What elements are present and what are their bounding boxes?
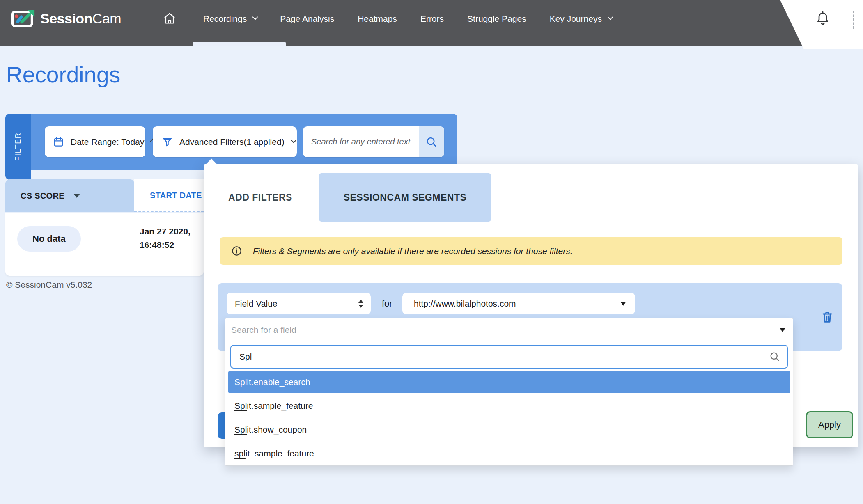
nav-item-key-journeys[interactable]: Key Journeys xyxy=(550,14,612,24)
footer-version: © SessionCam v5.032 xyxy=(6,280,92,290)
cs-score-badge: No data xyxy=(17,226,81,252)
delete-filter-button[interactable] xyxy=(818,308,837,327)
field-type-select[interactable]: Field Value xyxy=(227,293,371,314)
field-search-input-wrap xyxy=(230,345,788,369)
field-suggestion[interactable]: split_sample_feature xyxy=(228,442,790,465)
nav-item-page-analysis[interactable]: Page Analysis xyxy=(280,14,334,24)
home-icon[interactable] xyxy=(163,11,177,25)
funnel-icon xyxy=(162,136,173,147)
info-banner: Filters & Segments are only available if… xyxy=(220,237,842,265)
advanced-filters-panel: ADD FILTERS SESSIONCAM SEGMENTS Filters … xyxy=(204,164,858,447)
start-date-value: Jan 27 2020, 16:48:52 xyxy=(140,225,191,252)
chevron-down-icon xyxy=(291,137,296,143)
start-date-label: START DATE xyxy=(150,191,202,200)
trash-icon xyxy=(821,310,834,325)
tab-add-filters[interactable]: ADD FILTERS xyxy=(228,186,292,209)
notifications-bell-icon[interactable] xyxy=(815,11,830,27)
text-search-box xyxy=(303,126,444,157)
field-search-dropdown: Search for a field Split.enable_search S… xyxy=(225,318,793,466)
cs-score-label: CS SCORE xyxy=(21,191,64,201)
active-tab-indicator xyxy=(193,42,286,46)
date-range-button[interactable]: Date Range: Today xyxy=(45,126,145,157)
table-row[interactable]: No data Jan 27 2020, 16:48:52 xyxy=(5,213,204,276)
sessioncam-logo-icon xyxy=(11,9,35,28)
field-select-placeholder: Search for a field xyxy=(231,325,780,335)
sessioncam-logo[interactable]: SessionCam xyxy=(11,9,121,28)
more-options-icon[interactable] xyxy=(853,11,854,29)
sort-caret-icon xyxy=(73,194,80,198)
info-banner-text: Filters & Segments are only available if… xyxy=(253,246,573,256)
field-select[interactable]: Search for a field xyxy=(225,318,793,341)
chevron-down-icon xyxy=(607,14,613,20)
field-suggestion[interactable]: Split.sample_feature xyxy=(228,395,790,417)
search-icon xyxy=(769,351,780,362)
field-suggestion-selected[interactable]: Split.enable_search xyxy=(228,371,790,393)
advanced-filters-label: Advanced Filters(1 applied) xyxy=(179,137,285,147)
date-range-label: Date Range: Today xyxy=(71,137,144,147)
field-search-input[interactable] xyxy=(231,352,769,362)
nav-menu: Recordings Page Analysis Heatmaps Errors… xyxy=(203,10,612,28)
filter-tab-label: FILTER xyxy=(5,114,31,180)
dropdown-caret-icon xyxy=(620,302,626,306)
brand-wordmark: SessionCam xyxy=(40,11,121,27)
tab-sessioncam-segments[interactable]: SESSIONCAM SEGMENTS xyxy=(319,173,491,222)
column-header-start-date[interactable]: START DATE xyxy=(134,179,204,212)
field-suggestion-list: Split.enable_search Split.sample_feature… xyxy=(225,369,793,465)
nav-item-errors[interactable]: Errors xyxy=(420,14,444,24)
search-icon xyxy=(425,136,438,148)
spinner-arrows-icon xyxy=(358,300,363,308)
nav-item-struggle-pages[interactable]: Struggle Pages xyxy=(467,14,526,24)
site-select[interactable]: http://www.bilalphotos.com xyxy=(402,293,635,314)
apply-button[interactable]: Apply xyxy=(806,411,853,438)
field-suggestion[interactable]: Split.show_coupon xyxy=(228,419,790,441)
dropdown-caret-icon xyxy=(780,328,785,332)
advanced-filters-button[interactable]: Advanced Filters(1 applied) xyxy=(153,126,297,157)
search-button[interactable] xyxy=(419,126,444,157)
nav-item-heatmaps[interactable]: Heatmaps xyxy=(358,14,397,24)
column-header-cs-score[interactable]: CS SCORE xyxy=(5,179,134,212)
text-search-input[interactable] xyxy=(303,126,419,157)
page-title: Recordings xyxy=(6,62,120,88)
chevron-down-icon xyxy=(252,14,258,20)
nav-item-recordings[interactable]: Recordings xyxy=(203,14,257,24)
for-label: for xyxy=(382,293,392,314)
footer-sessioncam-link[interactable]: SessionCam xyxy=(15,280,64,289)
top-navbar: SessionCam Recordings Page Analysis Heat… xyxy=(0,0,863,46)
calendar-icon xyxy=(53,136,64,147)
info-icon xyxy=(231,245,242,257)
